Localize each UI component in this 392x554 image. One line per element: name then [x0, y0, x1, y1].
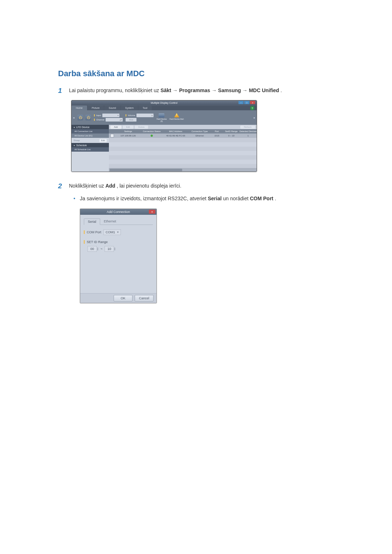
- com-port-value: COM1: [106, 230, 115, 234]
- volume-input[interactable]: ▸: [136, 114, 154, 117]
- col-setid-range: SetID Range: [223, 130, 240, 132]
- col-mac: MAC Address: [163, 130, 189, 132]
- stepper-arrows-icon[interactable]: ▴▾: [97, 247, 98, 251]
- minimize-button[interactable]: –: [238, 101, 244, 104]
- dialog-tabs: Serial Ethernet: [84, 218, 153, 225]
- menu-sound[interactable]: Sound: [104, 106, 120, 110]
- range-separator: ~: [101, 247, 102, 251]
- table-row[interactable]: 107.108.89.126 40-61-86-4E-FC-65 Etherne…: [109, 134, 257, 138]
- indicator-icon: [94, 114, 95, 116]
- add-connection-dialog: Add Connection x Serial Ethernet COM Por…: [80, 209, 157, 303]
- fault-device-label: Fault Device (0): [156, 118, 167, 122]
- horizontal-scrollbar[interactable]: [109, 168, 257, 172]
- refresh-button[interactable]: Refresh: [240, 126, 255, 129]
- text: Lai palaistu programmu, noklikšķiniet uz: [69, 87, 160, 93]
- step-1: 1 Lai palaistu programmu, noklikšķiniet …: [58, 87, 334, 95]
- edit-button[interactable]: Edit: [123, 126, 134, 129]
- channel-stepper[interactable]: ▴▾: [106, 118, 123, 122]
- power-on-icon[interactable]: ⏻: [77, 115, 83, 120]
- col-port: Port: [211, 130, 223, 132]
- bullet-1: • Ja savienojums ir izveidots, izmantojo…: [58, 196, 334, 201]
- sidebar-all-connection[interactable]: All Connection List: [72, 129, 109, 134]
- close-button[interactable]: x: [250, 101, 255, 104]
- volume-label: Volume: [128, 114, 135, 116]
- com-port-select[interactable]: COM1 ▾: [103, 229, 121, 235]
- main-panel: Add Edit Delete Refresh Settings Connect…: [109, 125, 257, 172]
- bold: Programmas: [179, 87, 210, 93]
- bold: Sākt: [160, 87, 171, 93]
- ok-button[interactable]: OK: [114, 295, 132, 301]
- range-to-stepper[interactable]: 10: [105, 246, 114, 252]
- indicator-icon: [84, 240, 85, 244]
- titlebar: Multiple Display Control – □ x: [72, 100, 257, 105]
- sidebar: ▾ LFD Device All Connection List All Dev…: [72, 125, 109, 172]
- mute-button[interactable]: Mute: [126, 118, 136, 122]
- input-label: Input: [96, 114, 101, 116]
- cell-ctype: Ethernet: [189, 135, 211, 137]
- step-2: 2 Noklikšķiniet uz Add , lai pievienotu …: [58, 183, 334, 190]
- menu-picture[interactable]: Picture: [87, 106, 104, 110]
- grid-empty: [109, 138, 257, 168]
- dialog-footer: OK Cancel: [80, 293, 156, 303]
- menubar: Home Picture Sound System Tool: [72, 106, 257, 110]
- menu-home[interactable]: Home: [72, 106, 87, 110]
- add-button[interactable]: Add: [110, 126, 122, 129]
- window-title: Multiple Display Control: [151, 102, 177, 104]
- sidebar-all-schedule[interactable]: All Schedule List: [72, 147, 109, 152]
- channel-label: Channel: [96, 119, 104, 121]
- col-detected-devices: Detected Devices: [240, 130, 257, 132]
- fault-alert-icon[interactable]: [174, 113, 179, 118]
- ribbon-next-icon[interactable]: ▸: [254, 116, 255, 119]
- maximize-button[interactable]: □: [244, 101, 249, 104]
- stepper-arrows-icon[interactable]: ▴▾: [114, 247, 115, 251]
- sidebar-all-device[interactable]: All Device List (01): [72, 134, 109, 138]
- toolbar: Add Edit Delete Refresh: [109, 125, 257, 129]
- text: .: [275, 196, 276, 201]
- chevron-down-icon: ▾: [117, 231, 119, 234]
- sidebar-lfd-header[interactable]: ▾ LFD Device: [72, 125, 109, 129]
- mdc-window: Multiple Display Control – □ x ? Home Pi…: [71, 100, 257, 172]
- text: →: [242, 87, 249, 93]
- status-connected-icon: [151, 135, 153, 137]
- col-settings: Settings: [115, 130, 141, 132]
- cell-ip: 107.108.89.126: [115, 135, 141, 137]
- bold: MDC Unified: [249, 87, 279, 93]
- indicator-icon: [126, 114, 126, 116]
- text: un norādiet: [223, 196, 250, 201]
- text: , lai pievienotu displeja ierīci.: [117, 183, 181, 189]
- setid-range-row: SET ID Range: [84, 240, 153, 244]
- step-number: 1: [58, 87, 69, 95]
- sidebar-schedule-header[interactable]: ▾ Schedule: [72, 143, 109, 147]
- fault-device-icon[interactable]: [159, 113, 164, 118]
- cell-detected: 1: [240, 135, 257, 137]
- tab-serial[interactable]: Serial: [84, 218, 100, 225]
- range-from-stepper[interactable]: 00: [87, 246, 97, 252]
- menu-tool[interactable]: Tool: [138, 106, 152, 110]
- com-port-label: COM Port: [87, 230, 101, 234]
- ribbon: ◂ ⏻ ⏻ Input ▾ Channel ▴▾: [72, 110, 257, 125]
- setid-range-label: SET ID Range: [87, 240, 108, 244]
- dialog-titlebar: Add Connection x: [80, 209, 156, 215]
- tab-ethernet[interactable]: Ethernet: [100, 218, 120, 225]
- cell-mac: 40-61-86-4E-FC-65: [163, 135, 189, 137]
- bold: Serial: [208, 196, 221, 201]
- section-heading: Darba sākšana ar MDC: [58, 69, 334, 78]
- input-select[interactable]: ▾: [102, 114, 119, 117]
- sidebar-group-label: Group: [74, 139, 80, 141]
- indicator-icon: [94, 119, 95, 121]
- cancel-button[interactable]: Cancel: [135, 295, 154, 301]
- sidebar-edit-button[interactable]: Edit: [99, 139, 107, 142]
- menu-system[interactable]: System: [121, 106, 138, 110]
- col-connection-type: Connection Type: [189, 130, 211, 132]
- power-off-icon[interactable]: ⏻: [85, 115, 91, 120]
- dialog-title: Add Connection: [107, 210, 130, 214]
- help-icon[interactable]: ?: [250, 106, 254, 110]
- bold: COM Port: [250, 196, 273, 201]
- chevron-down-icon: ▾: [74, 126, 75, 128]
- ribbon-prev-icon[interactable]: ◂: [73, 116, 74, 119]
- delete-button[interactable]: Delete: [135, 126, 148, 129]
- dialog-close-button[interactable]: x: [149, 210, 155, 214]
- text: Noklikšķiniet uz: [69, 183, 105, 189]
- row-checkbox[interactable]: [110, 134, 114, 138]
- text: →: [173, 87, 179, 93]
